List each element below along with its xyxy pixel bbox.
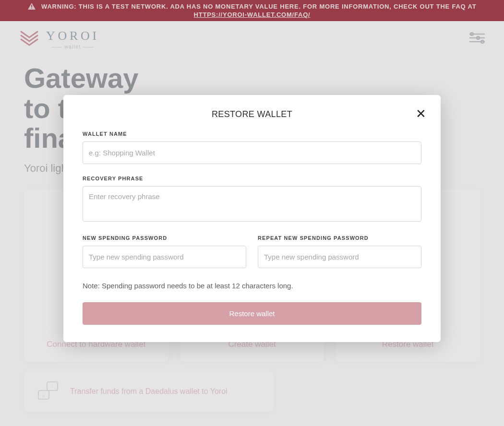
wallet-name-input[interactable] bbox=[83, 142, 421, 164]
password-length-note: Note: Spending password needs to be at l… bbox=[83, 282, 421, 290]
recovery-phrase-label: RECOVERY PHRASE bbox=[83, 176, 421, 181]
restore-wallet-submit-button[interactable]: Restore wallet bbox=[83, 302, 421, 325]
new-password-label: NEW SPENDING PASSWORD bbox=[83, 235, 246, 241]
recovery-phrase-input[interactable] bbox=[83, 186, 421, 222]
repeat-password-input[interactable] bbox=[258, 246, 421, 268]
new-password-input[interactable] bbox=[83, 246, 246, 268]
modal-close-icon[interactable]: ✕ bbox=[416, 107, 426, 120]
repeat-password-label: REPEAT NEW SPENDING PASSWORD bbox=[258, 235, 421, 241]
restore-wallet-modal: RESTORE WALLET ✕ WALLET NAME RECOVERY PH… bbox=[63, 95, 441, 342]
modal-overlay[interactable]: RESTORE WALLET ✕ WALLET NAME RECOVERY PH… bbox=[0, 0, 504, 426]
wallet-name-label: WALLET NAME bbox=[83, 131, 421, 137]
modal-title: RESTORE WALLET bbox=[83, 109, 421, 119]
